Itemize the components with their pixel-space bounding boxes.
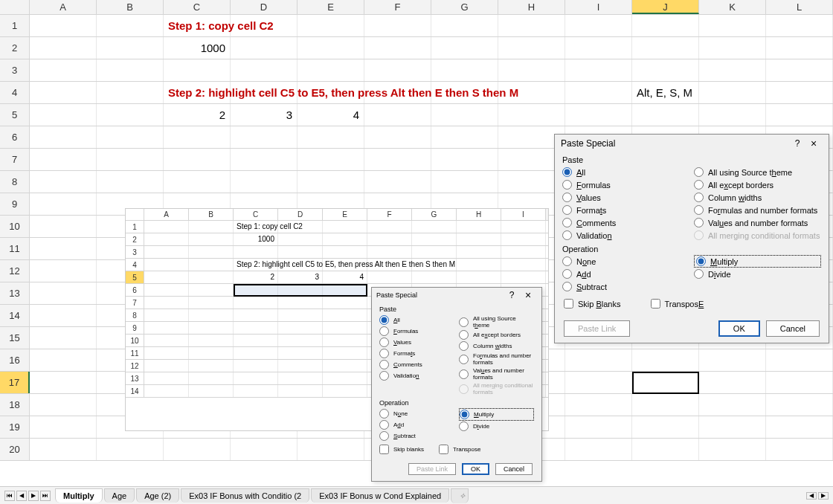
sheet-tab[interactable]: Ex03 IF Bonus with Conditio (2: [181, 488, 309, 503]
radio-divide[interactable]: Divide: [459, 421, 534, 432]
cell-J5[interactable]: [632, 104, 699, 126]
cell-A5[interactable]: [30, 104, 97, 126]
cell-C7[interactable]: [164, 149, 231, 170]
cell-A13[interactable]: [30, 282, 97, 304]
radio-add[interactable]: Add: [379, 419, 454, 430]
row-header-4[interactable]: 4: [0, 82, 30, 103]
radio-multiply[interactable]: Multiply: [459, 408, 534, 421]
cell-A19[interactable]: [30, 416, 97, 438]
cell-G5[interactable]: [431, 104, 498, 126]
cell-D20[interactable]: [231, 439, 298, 460]
cell-G1[interactable]: [431, 15, 498, 36]
cell-C20[interactable]: [164, 439, 231, 460]
cell-A16[interactable]: [30, 349, 97, 371]
cell-E20[interactable]: [298, 439, 364, 460]
cell-D8[interactable]: [231, 171, 298, 193]
cell-C5[interactable]: 2: [164, 104, 231, 126]
cell-C1[interactable]: Step 1: copy cell C2: [164, 15, 231, 36]
cell-C4[interactable]: Step 2: highlight cell C5 to E5, then pr…: [164, 82, 231, 103]
cell-I2[interactable]: [565, 37, 632, 59]
cell-A7[interactable]: [30, 149, 97, 170]
cell-J1[interactable]: [632, 15, 699, 36]
radio-vnf[interactable]: Values and number formats: [459, 366, 534, 381]
cell-B20[interactable]: [97, 439, 164, 460]
radio-all[interactable]: All: [562, 166, 689, 178]
radio-fnf[interactable]: Formulas and number formats: [694, 204, 821, 216]
radio-theme[interactable]: All using Source theme: [694, 166, 821, 178]
sheet-tab[interactable]: Age: [104, 488, 135, 503]
sheet-tab[interactable]: Multiply: [55, 488, 103, 503]
row-header-19[interactable]: 19: [0, 416, 30, 438]
cell-K17[interactable]: [699, 372, 766, 393]
col-header-G[interactable]: G: [431, 0, 498, 14]
cell-B2[interactable]: [97, 37, 164, 59]
skip-blanks-check[interactable]: Skip blanks: [379, 444, 424, 455]
sheet-tab[interactable]: Age (2): [136, 488, 179, 503]
cell-F5[interactable]: [364, 104, 431, 126]
cell-A11[interactable]: [30, 238, 97, 259]
cell-L3[interactable]: [766, 59, 833, 81]
radio-values[interactable]: Values: [562, 191, 689, 204]
cell-I4[interactable]: [565, 82, 632, 103]
nav-next-icon[interactable]: ▶: [28, 491, 39, 501]
cell-G3[interactable]: [431, 59, 498, 81]
cell-L16[interactable]: [766, 349, 833, 371]
row-header-20[interactable]: 20: [0, 439, 30, 460]
row-header-8[interactable]: 8: [0, 171, 30, 193]
cell-I19[interactable]: [565, 416, 632, 438]
row-header-9[interactable]: 9: [0, 193, 30, 215]
help-icon[interactable]: ?: [790, 138, 805, 149]
radio-none[interactable]: None: [562, 255, 689, 268]
cell-G2[interactable]: [431, 37, 498, 59]
row-header-16[interactable]: 16: [0, 349, 30, 371]
radio-add[interactable]: Add: [562, 268, 689, 280]
cell-I5[interactable]: [565, 104, 632, 126]
cancel-button[interactable]: Cancel: [766, 320, 820, 337]
row-header-11[interactable]: 11: [0, 238, 30, 259]
cell-J16[interactable]: [632, 349, 699, 371]
radio-comments[interactable]: Comments: [379, 359, 454, 370]
cell-E8[interactable]: [298, 171, 364, 193]
radio-all[interactable]: All: [379, 314, 454, 326]
cell-I3[interactable]: [565, 59, 632, 81]
radio-validation[interactable]: Validation: [562, 229, 689, 242]
cell-E7[interactable]: [298, 149, 364, 170]
cell-B3[interactable]: [97, 59, 164, 81]
row-header-2[interactable]: 2: [0, 37, 30, 59]
cell-F2[interactable]: [364, 37, 431, 59]
cell-A15[interactable]: [30, 327, 97, 349]
radio-formulas[interactable]: Formulas: [379, 326, 454, 337]
cell-F7[interactable]: [364, 149, 431, 170]
cell-J19[interactable]: [632, 416, 699, 438]
cell-F1[interactable]: [364, 15, 431, 36]
radio-divide[interactable]: Divide: [694, 268, 821, 280]
cell-K2[interactable]: [699, 37, 766, 59]
cell-G8[interactable]: [431, 171, 498, 193]
cell-I1[interactable]: [565, 15, 632, 36]
col-header-L[interactable]: L: [766, 0, 833, 14]
cell-J2[interactable]: [632, 37, 699, 59]
cell-C3[interactable]: [164, 59, 231, 81]
cell-E3[interactable]: [298, 59, 364, 81]
cell-A4[interactable]: [30, 82, 97, 103]
cell-F8[interactable]: [364, 171, 431, 193]
cell-D3[interactable]: [231, 59, 298, 81]
row-header-1[interactable]: 1: [0, 15, 30, 36]
cell-K20[interactable]: [699, 439, 766, 460]
cell-L1[interactable]: [766, 15, 833, 36]
cell-G7[interactable]: [431, 149, 498, 170]
cell-A17[interactable]: [30, 372, 97, 393]
ok-button[interactable]: OK: [462, 463, 489, 475]
cell-A1[interactable]: [30, 15, 97, 36]
radio-comments[interactable]: Comments: [562, 216, 689, 229]
radio-borders[interactable]: All except borders: [694, 178, 821, 191]
cell-I20[interactable]: [565, 439, 632, 460]
radio-formats[interactable]: Formats: [562, 204, 689, 216]
radio-widths[interactable]: Column widths: [459, 340, 534, 352]
cell-L19[interactable]: [766, 416, 833, 438]
cell-A20[interactable]: [30, 439, 97, 460]
col-header-I[interactable]: I: [565, 0, 632, 14]
cell-C2[interactable]: 1000: [164, 37, 231, 59]
cell-K16[interactable]: [699, 349, 766, 371]
help-icon[interactable]: ?: [504, 290, 519, 300]
